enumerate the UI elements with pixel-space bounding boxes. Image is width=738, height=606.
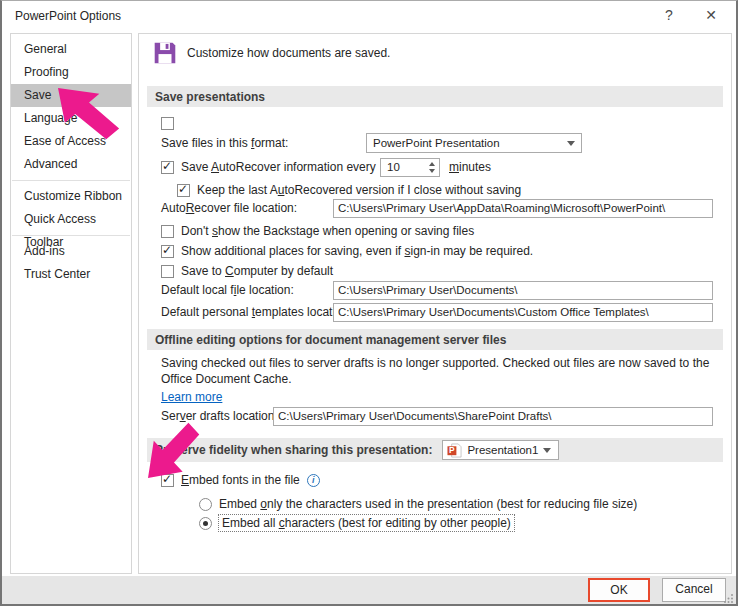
offline-description: Saving checked out files to server draft…	[161, 356, 736, 387]
annotation-arrow-save	[58, 88, 120, 140]
minutes-label: minutes	[449, 160, 491, 174]
chevron-down-icon	[543, 448, 551, 453]
autorecover-minutes-value: 10	[381, 159, 424, 176]
sidebar-item-advanced[interactable]: Advanced	[11, 153, 131, 176]
row-keep-last: Keep the last AutoRecovered version if I…	[177, 180, 723, 200]
save-format-value: PowerPoint Presentation	[373, 137, 500, 149]
row-additional-places: Show additional places for saving, even …	[161, 241, 723, 261]
row-backstage: Don't show the Backstage when opening or…	[161, 221, 723, 241]
footer-bar: OK Cancel	[2, 576, 736, 605]
row-embed-all: Embed all characters (best for editing b…	[199, 513, 723, 533]
section-header-offline-editing: Offline editing options for document man…	[147, 329, 723, 350]
templates-location-input[interactable]	[333, 303, 713, 322]
powerpoint-file-icon: P	[447, 443, 462, 458]
autosave-checkbox[interactable]	[161, 117, 174, 130]
server-drafts-input[interactable]	[273, 407, 713, 426]
backstage-label: Don't show the Backstage when opening or…	[181, 224, 474, 238]
sidebar-item-trust-center[interactable]: Trust Center	[11, 263, 131, 286]
section-header-save-presentations: Save presentations	[147, 86, 723, 107]
info-icon[interactable]: i	[307, 474, 320, 487]
sidebar-item-general[interactable]: General	[11, 38, 131, 61]
close-icon[interactable]: ✕	[700, 7, 722, 23]
row-local-location: Default local file location:	[161, 280, 723, 300]
chevron-down-icon	[567, 141, 575, 146]
templates-location-label: Default personal templates location:	[161, 305, 352, 319]
row-embed-fonts: Embed fonts in the file i	[161, 470, 723, 490]
help-icon[interactable]: ?	[658, 7, 680, 23]
annotation-arrow-embed-fonts	[148, 422, 200, 478]
additional-places-label: Show additional places for saving, even …	[181, 244, 533, 258]
resize-grip[interactable]	[724, 593, 734, 603]
stepper-buttons	[424, 159, 439, 176]
row-autorecover-location: AutoRecover file location:	[161, 198, 723, 218]
autorecover-location-input[interactable]	[333, 199, 713, 218]
section-title: Offline editing options for document man…	[155, 333, 506, 347]
save-floppy-icon	[152, 40, 178, 66]
save-to-computer-checkbox[interactable]	[161, 265, 174, 278]
save-to-computer-label: Save to Computer by default	[181, 264, 333, 278]
sidebar-item-proofing[interactable]: Proofing	[11, 61, 131, 84]
embed-only-label: Embed only the characters used in the pr…	[219, 497, 637, 511]
sidebar-divider	[12, 180, 130, 181]
local-location-label: Default local file location:	[161, 283, 294, 297]
additional-places-checkbox[interactable]	[161, 245, 174, 258]
powerpoint-options-dialog: PowerPoint Options ? ✕ General Proofing …	[0, 0, 738, 606]
row-save-computer: Save to Computer by default	[161, 261, 723, 281]
save-options-panel: Customize how documents are saved. Save …	[138, 33, 732, 574]
sidebar-item-quick-access-toolbar[interactable]: Quick Access Toolbar	[11, 208, 131, 231]
local-location-input[interactable]	[333, 281, 713, 300]
dialog-title: PowerPoint Options	[15, 9, 121, 23]
learn-more-link[interactable]: Learn more	[161, 390, 222, 404]
autorecover-location-label: AutoRecover file location:	[161, 201, 297, 215]
row-autorecover: Save AutoRecover information every 10 mi…	[161, 157, 723, 177]
server-drafts-label: Server drafts location:	[161, 409, 278, 423]
row-templates-location: Default personal templates location:	[161, 302, 723, 322]
sidebar-item-add-ins[interactable]: Add-ins	[11, 240, 131, 263]
title-bar: PowerPoint Options ? ✕	[2, 1, 736, 31]
ok-button[interactable]: OK	[588, 578, 650, 602]
save-format-label: Save files in this format:	[161, 136, 288, 150]
keep-last-label: Keep the last AutoRecovered version if I…	[197, 183, 521, 197]
section-title: Save presentations	[155, 90, 265, 104]
row-server-drafts: Server drafts location:	[161, 406, 723, 426]
spin-down-icon[interactable]	[429, 169, 435, 173]
presentation-dropdown-value: Presentation1	[467, 444, 538, 456]
cancel-button[interactable]: Cancel	[662, 578, 726, 602]
svg-text:P: P	[449, 445, 455, 455]
sidebar-item-customize-ribbon[interactable]: Customize Ribbon	[11, 185, 131, 208]
row-save-format: Save files in this format: PowerPoint Pr…	[161, 133, 723, 153]
row-autosave	[161, 113, 723, 133]
embed-only-radio[interactable]	[199, 498, 212, 511]
embed-all-radio[interactable]	[199, 517, 212, 530]
autorecover-minutes-stepper[interactable]: 10	[380, 158, 440, 177]
section-header-preserve-fidelity: Preserve fidelity when sharing this pres…	[147, 438, 723, 462]
autorecover-label: Save AutoRecover information every	[181, 160, 376, 174]
presentation-dropdown[interactable]: P Presentation1	[442, 440, 559, 460]
intro-text: Customize how documents are saved.	[187, 46, 390, 60]
save-format-dropdown[interactable]: PowerPoint Presentation	[366, 133, 582, 153]
embed-all-label: Embed all characters (best for editing b…	[219, 515, 514, 531]
intro-row: Customize how documents are saved.	[152, 40, 390, 66]
keep-last-autorecovered-checkbox[interactable]	[177, 184, 190, 197]
spin-up-icon[interactable]	[429, 162, 435, 166]
backstage-checkbox[interactable]	[161, 225, 174, 238]
autorecover-checkbox[interactable]	[161, 161, 174, 174]
row-embed-only: Embed only the characters used in the pr…	[199, 494, 723, 514]
